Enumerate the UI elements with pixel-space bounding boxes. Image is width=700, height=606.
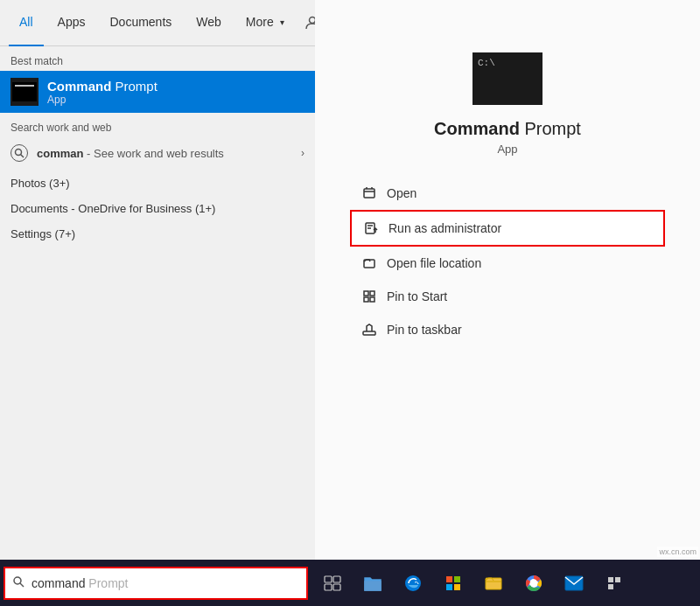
taskbar-edge[interactable] [394,564,432,603]
taskbar-search-text: command Prompt [32,576,128,590]
action-open[interactable]: Open [350,177,665,210]
svg-rect-12 [370,297,374,302]
svg-rect-13 [363,331,375,335]
watermark: wx.cn.com [657,547,698,557]
best-match-type: App [47,94,158,106]
taskbar-store[interactable] [434,564,472,603]
search-web-item[interactable]: comman - See work and web results › [10,139,304,167]
cmd-icon [10,78,38,106]
svg-rect-31 [615,577,620,582]
best-match-text: Command Prompt App [47,79,158,106]
app-preview-icon [472,52,542,105]
tabs-bar: All Apps Documents Web More ▾ ··· [0,0,315,46]
svg-point-1 [16,150,22,156]
file-location-icon [360,254,378,272]
search-web-label: Search work and web [10,122,304,134]
svg-point-14 [14,577,21,584]
action-pin-start[interactable]: Pin to Start [350,280,665,313]
svg-rect-24 [454,584,460,590]
result-settings[interactable]: Settings (7+) [0,221,315,247]
svg-point-28 [531,580,537,586]
tab-more[interactable]: More ▾ [235,0,295,46]
cmd-icon-inner [12,82,37,101]
taskbar-file-manager[interactable] [474,564,513,603]
taskbar-search-icon [12,575,24,590]
result-documents[interactable]: Documents - OneDrive for Business (1+) [0,196,315,221]
taskbar-file-explorer[interactable] [354,564,392,603]
svg-rect-9 [364,291,368,296]
action-open-file-loc[interactable]: Open file location [350,247,665,280]
svg-line-2 [21,155,24,158]
best-match-item[interactable]: Command Prompt App [0,71,315,113]
tab-web[interactable]: Web [186,0,232,46]
open-icon [360,185,378,202]
taskbar-chrome[interactable] [514,564,553,603]
taskbar-search-box[interactable]: command Prompt [4,567,308,600]
svg-rect-23 [446,584,452,590]
chevron-down-icon: ▾ [280,17,284,27]
tab-apps[interactable]: Apps [47,0,96,46]
tab-all[interactable]: All [9,0,44,46]
pin-start-icon [360,288,378,305]
svg-rect-30 [608,577,613,582]
pin-taskbar-icon [360,321,378,338]
chevron-right-icon: › [301,147,304,159]
svg-rect-11 [364,297,368,302]
taskbar-mail[interactable] [555,564,593,603]
svg-rect-3 [364,189,374,198]
search-web-section: Search work and web comman - See work an… [0,113,315,171]
right-panel: Command Prompt App Open [315,0,700,560]
tab-documents[interactable]: Documents [99,0,182,46]
search-circle-icon [10,144,28,162]
svg-line-15 [20,583,24,587]
svg-rect-32 [608,584,613,589]
app-subtitle: App [497,143,517,156]
svg-rect-29 [565,576,583,590]
svg-rect-16 [325,576,332,582]
action-run-admin[interactable]: Run as administrator [350,210,665,247]
taskbar-task-view[interactable] [313,564,352,603]
best-match-label: Best match [0,46,315,71]
cmd-icon-bar [15,85,34,87]
taskbar: command Prompt [0,560,700,606]
admin-icon [362,219,380,237]
best-match-name: Command Prompt [47,79,158,94]
svg-rect-10 [370,291,374,296]
svg-rect-22 [454,576,460,582]
svg-rect-18 [325,584,332,590]
app-title: Command Prompt [434,119,581,139]
search-web-text: comman - See work and web results [37,147,301,160]
taskbar-overflow[interactable] [595,564,634,603]
svg-rect-19 [333,584,340,590]
action-pin-taskbar[interactable]: Pin to taskbar [350,313,665,346]
action-list: Open Run as administrator [315,177,700,346]
svg-rect-17 [333,576,340,582]
result-photos[interactable]: Photos (3+) [0,171,315,196]
search-panel: All Apps Documents Web More ▾ ··· [0,0,315,560]
svg-rect-21 [446,576,452,582]
search-results: Best match Command Prompt App Search wor… [0,46,315,560]
